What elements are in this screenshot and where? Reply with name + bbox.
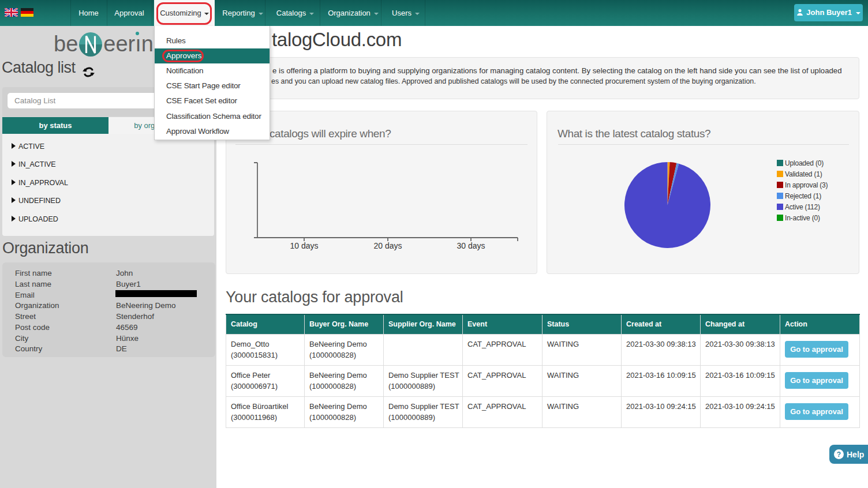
svg-text:10 days: 10 days — [290, 241, 318, 250]
svg-text:30 days: 30 days — [457, 241, 485, 250]
svg-text:20 days: 20 days — [373, 241, 402, 250]
svg-text:?: ? — [837, 451, 841, 459]
